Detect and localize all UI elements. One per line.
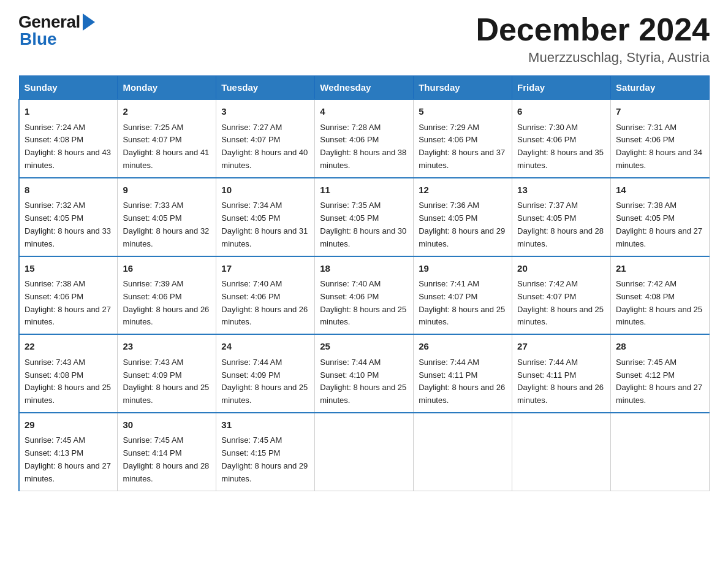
day-number: 12: [419, 183, 507, 197]
calendar-cell: 8Sunrise: 7:32 AMSunset: 4:05 PMDaylight…: [19, 178, 118, 256]
calendar-week-row: 8Sunrise: 7:32 AMSunset: 4:05 PMDaylight…: [19, 178, 710, 256]
day-number: 13: [517, 183, 605, 197]
day-info: Sunrise: 7:27 AMSunset: 4:07 PMDaylight:…: [221, 121, 309, 172]
calendar-cell: 31Sunrise: 7:45 AMSunset: 4:15 PMDayligh…: [216, 413, 315, 491]
day-number: 5: [419, 105, 507, 119]
day-info: Sunrise: 7:43 AMSunset: 4:09 PMDaylight:…: [123, 356, 211, 407]
calendar-cell: 10Sunrise: 7:34 AMSunset: 4:05 PMDayligh…: [216, 178, 315, 256]
day-info: Sunrise: 7:44 AMSunset: 4:11 PMDaylight:…: [517, 356, 605, 407]
day-info: Sunrise: 7:45 AMSunset: 4:14 PMDaylight:…: [123, 434, 211, 485]
calendar-cell: 23Sunrise: 7:43 AMSunset: 4:09 PMDayligh…: [118, 334, 216, 413]
calendar-cell: 27Sunrise: 7:44 AMSunset: 4:11 PMDayligh…: [512, 334, 611, 413]
weekday-header-row: SundayMondayTuesdayWednesdayThursdayFrid…: [19, 76, 710, 100]
day-number: 3: [221, 105, 309, 119]
calendar-cell: 4Sunrise: 7:28 AMSunset: 4:06 PMDaylight…: [315, 99, 414, 178]
calendar-cell: 16Sunrise: 7:39 AMSunset: 4:06 PMDayligh…: [118, 256, 216, 335]
title-block: December 2024 Muerzzuschlag, Styria, Aus…: [476, 12, 710, 66]
calendar-cell: 15Sunrise: 7:38 AMSunset: 4:06 PMDayligh…: [19, 256, 118, 335]
day-number: 26: [419, 340, 507, 354]
page-title: December 2024: [476, 12, 710, 47]
day-info: Sunrise: 7:28 AMSunset: 4:06 PMDaylight:…: [320, 121, 408, 172]
day-info: Sunrise: 7:30 AMSunset: 4:06 PMDaylight:…: [517, 121, 605, 172]
calendar-cell: 6Sunrise: 7:30 AMSunset: 4:06 PMDaylight…: [512, 99, 611, 178]
day-info: Sunrise: 7:31 AMSunset: 4:06 PMDaylight:…: [616, 121, 704, 172]
day-number: 14: [616, 183, 704, 197]
logo-general-text: General: [18, 12, 80, 31]
day-info: Sunrise: 7:35 AMSunset: 4:05 PMDaylight:…: [320, 199, 408, 250]
calendar-cell: [315, 413, 414, 491]
day-number: 6: [517, 105, 605, 119]
day-number: 28: [616, 340, 704, 354]
calendar-week-row: 1Sunrise: 7:24 AMSunset: 4:08 PMDaylight…: [19, 99, 710, 178]
day-info: Sunrise: 7:39 AMSunset: 4:06 PMDaylight:…: [123, 278, 211, 329]
calendar-week-row: 29Sunrise: 7:45 AMSunset: 4:13 PMDayligh…: [19, 413, 710, 491]
calendar-cell: 3Sunrise: 7:27 AMSunset: 4:07 PMDaylight…: [216, 99, 315, 178]
calendar-cell: 21Sunrise: 7:42 AMSunset: 4:08 PMDayligh…: [611, 256, 710, 335]
weekday-header-friday: Friday: [512, 76, 611, 100]
calendar-cell: 11Sunrise: 7:35 AMSunset: 4:05 PMDayligh…: [315, 178, 414, 256]
calendar-table: SundayMondayTuesdayWednesdayThursdayFrid…: [18, 75, 710, 491]
calendar-cell: 5Sunrise: 7:29 AMSunset: 4:06 PMDaylight…: [414, 99, 512, 178]
calendar-cell: 24Sunrise: 7:44 AMSunset: 4:09 PMDayligh…: [216, 334, 315, 413]
day-info: Sunrise: 7:25 AMSunset: 4:07 PMDaylight:…: [123, 121, 211, 172]
calendar-cell: 18Sunrise: 7:40 AMSunset: 4:06 PMDayligh…: [315, 256, 414, 335]
day-number: 31: [221, 418, 309, 432]
day-number: 25: [320, 340, 408, 354]
calendar-week-row: 15Sunrise: 7:38 AMSunset: 4:06 PMDayligh…: [19, 256, 710, 335]
calendar-cell: 2Sunrise: 7:25 AMSunset: 4:07 PMDaylight…: [118, 99, 216, 178]
calendar-cell: 9Sunrise: 7:33 AMSunset: 4:05 PMDaylight…: [118, 178, 216, 256]
day-number: 2: [123, 105, 211, 119]
day-number: 8: [25, 183, 112, 197]
day-number: 27: [517, 340, 605, 354]
weekday-header-sunday: Sunday: [19, 76, 118, 100]
day-info: Sunrise: 7:34 AMSunset: 4:05 PMDaylight:…: [221, 199, 309, 250]
day-number: 9: [123, 183, 211, 197]
day-info: Sunrise: 7:44 AMSunset: 4:10 PMDaylight:…: [320, 356, 408, 407]
day-number: 7: [616, 105, 704, 119]
logo-arrow-icon: [83, 13, 95, 31]
calendar-cell: 12Sunrise: 7:36 AMSunset: 4:05 PMDayligh…: [414, 178, 512, 256]
day-number: 29: [25, 418, 112, 432]
day-info: Sunrise: 7:38 AMSunset: 4:05 PMDaylight:…: [616, 199, 704, 250]
calendar-cell: 30Sunrise: 7:45 AMSunset: 4:14 PMDayligh…: [118, 413, 216, 491]
day-info: Sunrise: 7:45 AMSunset: 4:15 PMDaylight:…: [221, 434, 309, 485]
day-number: 15: [25, 262, 112, 276]
day-info: Sunrise: 7:43 AMSunset: 4:08 PMDaylight:…: [25, 356, 112, 407]
calendar-cell: 20Sunrise: 7:42 AMSunset: 4:07 PMDayligh…: [512, 256, 611, 335]
day-info: Sunrise: 7:40 AMSunset: 4:06 PMDaylight:…: [221, 278, 309, 329]
day-number: 4: [320, 105, 408, 119]
day-number: 17: [221, 262, 309, 276]
day-info: Sunrise: 7:45 AMSunset: 4:13 PMDaylight:…: [25, 434, 112, 485]
logo: General Blue: [18, 12, 95, 49]
weekday-header-monday: Monday: [118, 76, 216, 100]
calendar-cell: 26Sunrise: 7:44 AMSunset: 4:11 PMDayligh…: [414, 334, 512, 413]
weekday-header-wednesday: Wednesday: [315, 76, 414, 100]
day-info: Sunrise: 7:45 AMSunset: 4:12 PMDaylight:…: [616, 356, 704, 407]
calendar-cell: 14Sunrise: 7:38 AMSunset: 4:05 PMDayligh…: [611, 178, 710, 256]
day-info: Sunrise: 7:37 AMSunset: 4:05 PMDaylight:…: [517, 199, 605, 250]
calendar-cell: 28Sunrise: 7:45 AMSunset: 4:12 PMDayligh…: [611, 334, 710, 413]
calendar-week-row: 22Sunrise: 7:43 AMSunset: 4:08 PMDayligh…: [19, 334, 710, 413]
day-number: 10: [221, 183, 309, 197]
logo-blue-text: Blue: [20, 29, 57, 49]
calendar-cell: 17Sunrise: 7:40 AMSunset: 4:06 PMDayligh…: [216, 256, 315, 335]
day-info: Sunrise: 7:38 AMSunset: 4:06 PMDaylight:…: [25, 278, 112, 329]
day-info: Sunrise: 7:44 AMSunset: 4:09 PMDaylight:…: [221, 356, 309, 407]
calendar-cell: 22Sunrise: 7:43 AMSunset: 4:08 PMDayligh…: [19, 334, 118, 413]
weekday-header-saturday: Saturday: [611, 76, 710, 100]
day-info: Sunrise: 7:41 AMSunset: 4:07 PMDaylight:…: [419, 278, 507, 329]
day-info: Sunrise: 7:44 AMSunset: 4:11 PMDaylight:…: [419, 356, 507, 407]
day-info: Sunrise: 7:42 AMSunset: 4:07 PMDaylight:…: [517, 278, 605, 329]
day-number: 20: [517, 262, 605, 276]
day-info: Sunrise: 7:36 AMSunset: 4:05 PMDaylight:…: [419, 199, 507, 250]
day-info: Sunrise: 7:29 AMSunset: 4:06 PMDaylight:…: [419, 121, 507, 172]
day-number: 16: [123, 262, 211, 276]
page-subtitle: Muerzzuschlag, Styria, Austria: [476, 50, 710, 66]
calendar-cell: 29Sunrise: 7:45 AMSunset: 4:13 PMDayligh…: [19, 413, 118, 491]
day-number: 24: [221, 340, 309, 354]
calendar-cell: [611, 413, 710, 491]
day-info: Sunrise: 7:33 AMSunset: 4:05 PMDaylight:…: [123, 199, 211, 250]
calendar-cell: 13Sunrise: 7:37 AMSunset: 4:05 PMDayligh…: [512, 178, 611, 256]
weekday-header-thursday: Thursday: [414, 76, 512, 100]
day-number: 21: [616, 262, 704, 276]
